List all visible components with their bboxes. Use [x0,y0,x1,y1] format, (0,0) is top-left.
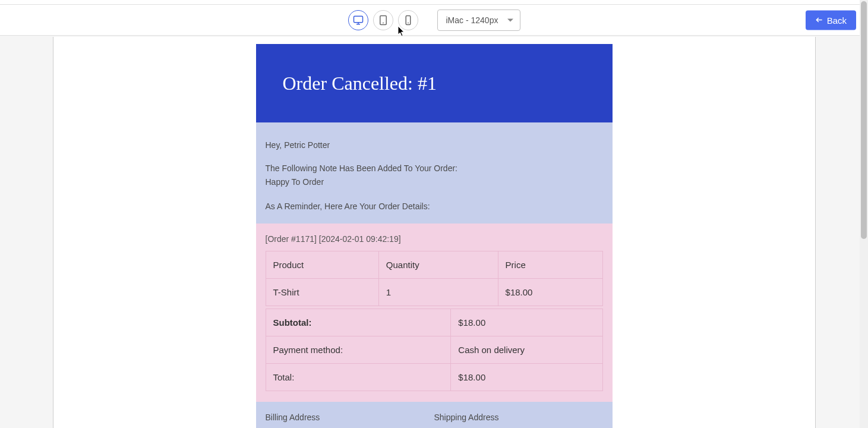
device-icons-group [348,10,418,30]
preview-content-area[interactable]: Order Cancelled: #1 Hey, Petric Potter T… [0,36,868,428]
preview-frame: Order Cancelled: #1 Hey, Petric Potter T… [53,37,816,428]
table-header-row: Product Quantity Price [266,251,602,279]
payment-label: Payment method: [266,336,451,364]
tablet-view-button[interactable] [373,10,393,30]
tablet-icon [378,15,389,26]
scrollbar-track [860,0,868,428]
smartphone-icon [403,15,414,26]
total-row: Total: $18.00 [266,364,602,391]
device-select-wrapper: iMac - 1240px [428,10,520,31]
th-quantity: Quantity [378,251,498,279]
td-quantity: 1 [378,279,498,306]
arrow-left-icon [815,16,823,24]
subtotal-row: Subtotal: $18.00 [266,309,602,336]
note-text: Happy To Order [266,176,603,188]
order-id-text: [Order #1171] [2024-02-01 09:42:19] [266,234,603,244]
top-divider [0,0,868,5]
email-body: Hey, Petric Potter The Following Note Ha… [256,122,613,224]
total-value: $18.00 [451,364,602,391]
scrollbar-thumb[interactable] [861,1,867,239]
shipping-address-label: Shipping Address [434,413,603,422]
email-title: Order Cancelled: #1 [283,73,437,95]
addresses-section: Billing Address Shipping Address [256,402,613,428]
order-details-section: [Order #1171] [2024-02-01 09:42:19] Prod… [256,224,613,402]
monitor-icon [353,15,364,26]
td-product: T-Shirt [266,279,378,306]
billing-address-label: Billing Address [266,413,434,422]
back-button-label: Back [827,15,847,25]
payment-value: Cash on delivery [451,336,602,364]
email-header: Order Cancelled: #1 [256,44,613,122]
th-price: Price [498,251,602,279]
note-intro-text: The Following Note Has Been Added To You… [266,162,603,175]
preview-toolbar: iMac - 1240px Back [0,5,868,36]
th-product: Product [266,251,378,279]
device-resolution-select[interactable]: iMac - 1240px [437,10,520,31]
order-totals-table: Subtotal: $18.00 Payment method: Cash on… [266,309,603,391]
reminder-text: As A Reminder, Here Are Your Order Detai… [266,200,603,213]
svg-rect-0 [353,16,362,23]
mobile-view-button[interactable] [398,10,418,30]
desktop-view-button[interactable] [348,10,368,30]
payment-row: Payment method: Cash on delivery [266,336,602,364]
back-button[interactable]: Back [806,10,856,30]
order-items-table: Product Quantity Price T-Shirt 1 $18.00 [266,251,603,306]
greeting-text: Hey, Petric Potter [266,139,603,152]
total-label: Total: [266,364,451,391]
email-container: Order Cancelled: #1 Hey, Petric Potter T… [256,44,613,428]
subtotal-label: Subtotal: [266,309,451,336]
table-row: T-Shirt 1 $18.00 [266,279,602,306]
td-price: $18.00 [498,279,602,306]
subtotal-value: $18.00 [451,309,602,336]
